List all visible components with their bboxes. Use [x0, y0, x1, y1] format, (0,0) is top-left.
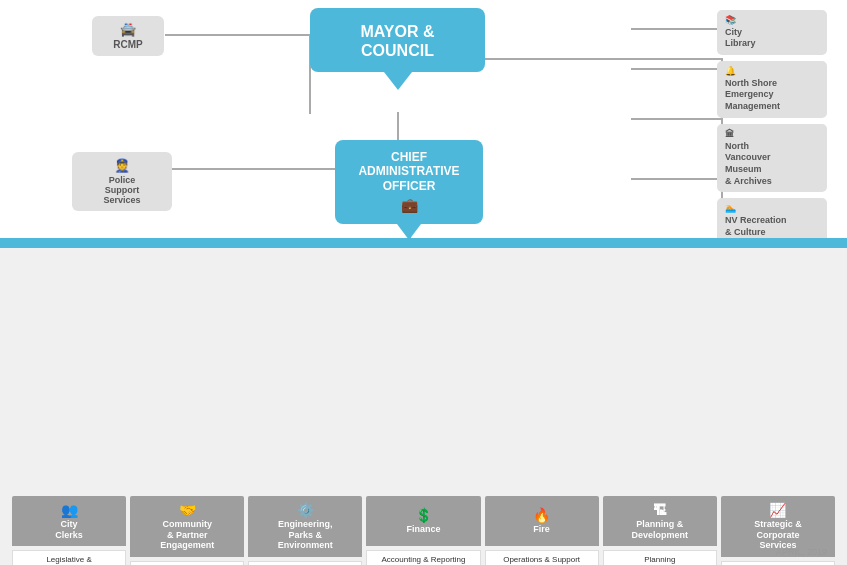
dept-header-fire: 🔥 Fire [485, 496, 599, 546]
dept-header-planning: 🏗 Planning &Development [603, 496, 717, 546]
dept-header-community: 🤝 Community& PartnerEngagement [130, 496, 244, 557]
bottom-section: 👥 CityClerks Legislative &Election Servi… [0, 248, 847, 565]
dept-items-clerks: Legislative &Election Services Mayor's O… [12, 550, 126, 565]
dept-items-engineering: Engineering, Planning,Design & ProjectDe… [248, 561, 362, 565]
departments-container: 👥 CityClerks Legislative &Election Servi… [0, 496, 847, 565]
police-box: 👮 Police Support Services [72, 152, 172, 211]
right-boxes: 📚 CityLibrary 🔔 North ShoreEmergencyMana… [717, 10, 827, 255]
right-box1-connector [631, 28, 721, 30]
emergency-icon: 🔔 [725, 66, 819, 78]
org-chart: 🚔 RCMP 👮 Police Support Services MAYOR &… [0, 0, 847, 565]
top-section: 🚔 RCMP 👮 Police Support Services MAYOR &… [0, 0, 847, 248]
cao-label: CHIEFADMINISTRATIVEOFFICER [343, 150, 475, 193]
right-box3-connector [631, 118, 721, 120]
dept-items-community: Business &CommunityPartnerships Central … [130, 561, 244, 565]
museum-icon: 🏛 [725, 129, 819, 141]
right-box2-connector [631, 68, 721, 70]
police-label: Police Support Services [78, 175, 166, 205]
rcmp-label: RCMP [98, 39, 158, 50]
dept-header-clerks: 👥 CityClerks [12, 496, 126, 546]
dept-col-clerks: 👥 CityClerks Legislative &Election Servi… [12, 496, 126, 565]
dept-col-fire: 🔥 Fire Operations & Support Prevention E… [485, 496, 599, 565]
dept-header-engineering: ⚙️ Engineering,Parks &Environment [248, 496, 362, 557]
rcmp-h-connector [165, 34, 310, 36]
mayor-right-h-connector [484, 58, 722, 60]
library-icon: 📚 [725, 15, 819, 27]
dept-item: Facilities & Real Estate [721, 561, 835, 565]
dept-item: Operations & Support [485, 550, 599, 565]
dept-items-planning: Planning Building EnvironmentalSustainab… [603, 550, 717, 565]
dept-col-finance: 💲 Finance Accounting & Reporting Financi… [366, 496, 480, 565]
right-box4-connector [631, 178, 721, 180]
dept-items-strategic: Facilities & Real Estate Human Resources… [721, 561, 835, 565]
dept-item: Planning [603, 550, 717, 565]
dept-header-finance: 💲 Finance [366, 496, 480, 546]
right-box-museum: 🏛 NorthVancouverMuseum& Archives [717, 124, 827, 192]
dept-item: Legislative &Election Services [12, 550, 126, 565]
recreation-icon: 🏊 [725, 203, 819, 215]
dept-item: Business &CommunityPartnerships [130, 561, 244, 565]
cao-bubble: CHIEFADMINISTRATIVEOFFICER 💼 [335, 140, 483, 224]
mayor-council-bubble: MAYOR &COUNCIL [310, 8, 485, 72]
dept-col-community: 🤝 Community& PartnerEngagement Business … [130, 496, 244, 565]
police-icon: 👮 [78, 158, 166, 173]
police-h-connector [172, 168, 335, 170]
footer-date: APRIL, 2019 [776, 547, 827, 557]
cao-icon: 💼 [343, 197, 475, 214]
dept-item: Engineering, Planning,Design & ProjectDe… [248, 561, 362, 565]
dept-items-finance: Accounting & Reporting Financial Plannin… [366, 550, 480, 565]
rcmp-icon: 🚔 [98, 22, 158, 37]
mayor-council-label: MAYOR &COUNCIL [320, 22, 475, 60]
mayor-cao-connector [397, 112, 399, 142]
dept-col-engineering: ⚙️ Engineering,Parks &Environment Engine… [248, 496, 362, 565]
rcmp-box: 🚔 RCMP [92, 16, 164, 56]
right-box-emergency: 🔔 North ShoreEmergencyManagement [717, 61, 827, 118]
dept-col-planning: 🏗 Planning &Development Planning Buildin… [603, 496, 717, 565]
right-box-library: 📚 CityLibrary [717, 10, 827, 55]
dept-item: Accounting & Reporting [366, 550, 480, 565]
blue-bar [0, 238, 847, 248]
dept-items-fire: Operations & Support Prevention Emergenc… [485, 550, 599, 565]
